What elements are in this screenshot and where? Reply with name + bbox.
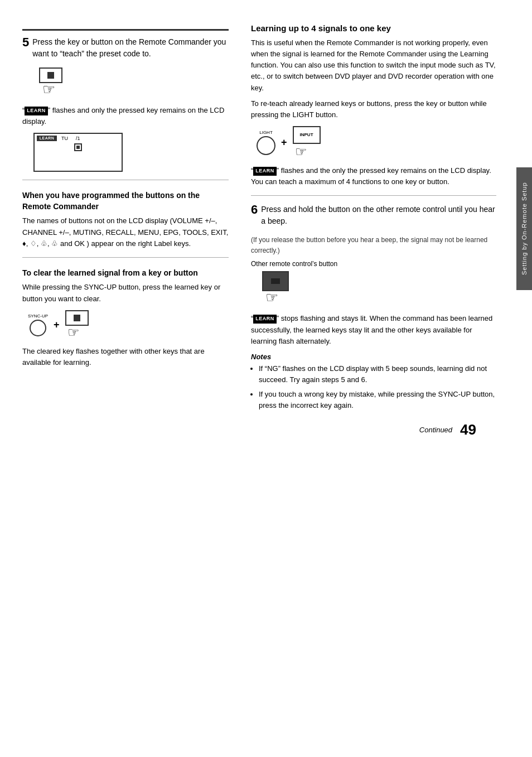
button-dot bbox=[47, 72, 54, 79]
note-item-1: If “NG” flashes on the LCD display with … bbox=[259, 363, 496, 385]
hand-icon-step6: ☞ bbox=[265, 289, 278, 306]
learn-after-text-2: ” flashes and the only the pressed key r… bbox=[251, 166, 491, 186]
continued-text: Continued bbox=[419, 426, 452, 434]
section-rule-2 bbox=[22, 257, 229, 258]
clear-heading: To clear the learned signal from a key o… bbox=[22, 268, 229, 279]
clear-target-button bbox=[65, 310, 89, 326]
programmed-body: The names of buttons not on the LCD disp… bbox=[22, 215, 229, 249]
other-remote-illustration: ☞ bbox=[262, 271, 496, 306]
lcd-display-illustration: LEARN TU /1 bbox=[33, 133, 123, 172]
hand-icon-input: ☞ bbox=[295, 144, 307, 160]
notes-list: If “NG” flashes on the LCD display with … bbox=[251, 363, 496, 412]
other-remote-button bbox=[262, 271, 289, 291]
learn-badge-2: LEARN bbox=[253, 167, 277, 176]
learn-indicator: LEARN bbox=[37, 136, 57, 141]
learn-flash-line-2: “LEARN” flashes and the only the pressed… bbox=[251, 165, 496, 187]
input-button: INPUT bbox=[293, 126, 321, 144]
learn-badge-3: LEARN bbox=[253, 315, 277, 324]
top-rule bbox=[22, 29, 229, 31]
step5-block: 5 Press the key or button on the Remote … bbox=[22, 36, 229, 60]
syncup-illustration: SYNC-UP + ☞ bbox=[28, 310, 229, 340]
learning-body2: To re-teach already learned keys or butt… bbox=[251, 98, 496, 120]
hand-icon: ☞ bbox=[42, 81, 55, 98]
key-dot-inner bbox=[76, 146, 80, 149]
right-column: Learning up to 4 signals to one key This… bbox=[240, 17, 507, 740]
hand-icon-clear: ☞ bbox=[67, 325, 80, 340]
other-remote-label: Other remote control’s button bbox=[251, 260, 496, 268]
learn-after-text: ” flashes and only the pressed key remai… bbox=[22, 106, 224, 126]
step6-paren: (If you release the button before you he… bbox=[251, 235, 496, 255]
section-rule-3 bbox=[251, 195, 496, 196]
light-label: LIGHT bbox=[259, 130, 273, 135]
input-label: INPUT bbox=[300, 132, 313, 137]
lcd-tv-label: TU bbox=[61, 136, 68, 141]
remote-btn-inner bbox=[271, 278, 280, 284]
lcd-channel: /1 bbox=[76, 136, 80, 141]
learn-stop-line: “LEARN” stops flashing and stays lit. Wh… bbox=[251, 313, 496, 346]
plus-icon: + bbox=[54, 319, 60, 331]
step6-number: 6 bbox=[251, 204, 258, 216]
cleared-text: The cleared key flashes together with ot… bbox=[22, 346, 229, 368]
lcd-key-dot bbox=[74, 143, 82, 151]
light-input-illustration: LIGHT + INPUT ☞ bbox=[257, 126, 496, 160]
programmed-heading: When you have programmed the buttons on … bbox=[22, 190, 229, 212]
step5-illustration: ☞ bbox=[39, 67, 229, 98]
syncup-button bbox=[30, 320, 46, 336]
lcd-main-area bbox=[35, 141, 122, 153]
learning-body1: This is useful when the Remote Commander… bbox=[251, 37, 496, 94]
step5-button bbox=[39, 67, 62, 83]
side-tab: Setting by On-Remote Setup bbox=[516, 167, 532, 290]
lcd-top-bar: LEARN TU /1 bbox=[35, 134, 122, 141]
step5-text: Press the key or button on the Remote Co… bbox=[32, 37, 226, 58]
learn-flash-line: “LEARN” flashes and only the pressed key… bbox=[22, 105, 229, 127]
plus-icon-2: + bbox=[281, 137, 287, 148]
step6-text: Press and hold the button on the other r… bbox=[261, 205, 495, 225]
learning-heading: Learning up to 4 signals to one key bbox=[251, 22, 496, 34]
section-rule-1 bbox=[22, 180, 229, 180]
btn-dot bbox=[74, 315, 80, 321]
page: 5 Press the key or button on the Remote … bbox=[0, 0, 532, 757]
syncup-label: SYNC-UP bbox=[28, 314, 48, 319]
clear-body: While pressing the SYNC-UP button, press… bbox=[22, 282, 229, 304]
left-column: 5 Press the key or button on the Remote … bbox=[0, 17, 240, 740]
learn-badge-1: LEARN bbox=[25, 107, 48, 115]
notes-title: Notes bbox=[251, 353, 496, 361]
light-button bbox=[257, 136, 275, 155]
learn-stop-text2: ” stops flashing and stays lit. When the… bbox=[251, 314, 492, 345]
page-number: 49 bbox=[460, 421, 476, 438]
step5-number: 5 bbox=[22, 36, 29, 49]
note-item-2: If you touch a wrong key by mistake, whi… bbox=[259, 389, 496, 411]
continued-row: Continued 49 bbox=[251, 421, 496, 438]
step6-block: 6 Press and hold the button on the other… bbox=[251, 204, 496, 227]
